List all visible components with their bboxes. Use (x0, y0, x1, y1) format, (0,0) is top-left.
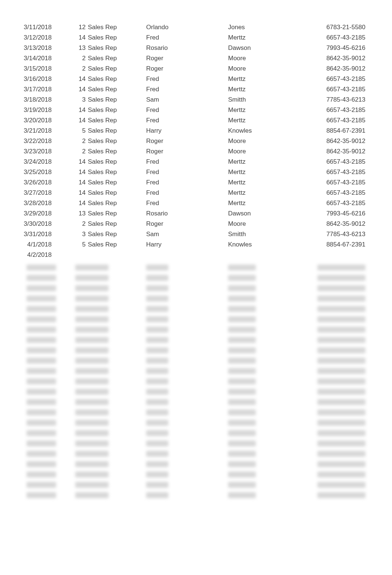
cell-first-name: Roger (143, 136, 225, 146)
cell-id-number: 6783-21-5580 (307, 23, 368, 32)
cell-role: Sales Rep (87, 209, 143, 218)
blurred-cell (307, 420, 368, 426)
blurred-cell (74, 399, 143, 405)
table-row: 3/13/201813Sales RepRosarioDawson7993-45… (18, 43, 374, 53)
cell-rep-number: 14 (74, 74, 87, 84)
table-row: 3/21/20185Sales RepHarryKnowles8854-67-2… (18, 126, 374, 136)
cell-date: 3/28/2018 (18, 198, 74, 208)
cell-date: 3/17/2018 (18, 85, 74, 94)
cell-date: 3/16/2018 (18, 74, 74, 84)
blurred-cell (225, 378, 307, 384)
blurred-cell (225, 409, 307, 415)
cell-first-name: Sam (143, 95, 225, 105)
table-row: 3/20/201814Sales RepFredMerttz6657-43-21… (18, 115, 374, 126)
cell-rep-number: 14 (74, 157, 87, 167)
blurred-cell (18, 327, 74, 333)
cell-id-number: 8642-35-9012 (307, 147, 368, 156)
cell-first-name: Fred (143, 188, 225, 198)
blurred-cell (143, 420, 225, 426)
cell-rep-number: 14 (74, 33, 87, 42)
sales-table: 3/11/201812Sales RepOrlandoJones6783-21-… (18, 22, 374, 500)
blurred-cell (225, 296, 307, 302)
cell-date: 4/1/2018 (18, 240, 74, 249)
cell-role: Sales Rep (87, 54, 143, 63)
cell-last-name: Moore (225, 54, 307, 63)
cell-first-name: Harry (143, 240, 225, 249)
blurred-cell (225, 337, 307, 343)
cell-first-name: Fred (143, 105, 225, 115)
cell-rep-number: 14 (74, 188, 87, 198)
cell-date: 3/20/2018 (18, 116, 74, 125)
blurred-cell (225, 275, 307, 281)
blurred-cell (143, 399, 225, 405)
blurred-cell (307, 492, 368, 498)
blurred-cell (74, 492, 143, 498)
table-row: 3/19/201814Sales RepFredMerttz6657-43-21… (18, 105, 374, 115)
blurred-row (18, 293, 374, 304)
cell-id-number: 6657-43-2185 (307, 85, 368, 94)
cell-last-name: Merttz (225, 157, 307, 167)
cell-id-number: 8854-67-2391 (307, 240, 368, 249)
cell-date: 3/26/2018 (18, 178, 74, 187)
blurred-cell (307, 327, 368, 333)
cell-rep-number: 3 (74, 95, 87, 105)
table-row: 3/22/20182Sales RepRogerMoore8642-35-901… (18, 136, 374, 146)
blurred-cell (18, 316, 74, 322)
cell-rep-number: 13 (74, 43, 87, 53)
blurred-cell (18, 482, 74, 488)
blurred-row (18, 407, 374, 418)
blurred-cell (18, 409, 74, 415)
blurred-cell (143, 440, 225, 446)
blurred-cell (225, 451, 307, 457)
blurred-cell (74, 358, 143, 364)
blurred-row (18, 366, 374, 376)
blurred-cell (225, 327, 307, 333)
cell-last-name: Jones (225, 23, 307, 32)
cell-id-number: 6657-43-2185 (307, 198, 368, 208)
blurred-row (18, 335, 374, 345)
cell-first-name: Fred (143, 157, 225, 167)
blurred-cell (307, 461, 368, 467)
cell-role: Sales Rep (87, 167, 143, 177)
blurred-cell (307, 337, 368, 343)
cell-role: Sales Rep (87, 105, 143, 115)
blurred-cell (307, 430, 368, 436)
cell-rep-number: 14 (74, 167, 87, 177)
blurred-cell (225, 482, 307, 488)
blurred-cell (74, 368, 143, 374)
table-row: 3/11/201812Sales RepOrlandoJones6783-21-… (18, 22, 374, 33)
table-row: 3/23/20182Sales RepRogerMoore8642-35-901… (18, 146, 374, 157)
table-row: 3/16/201814Sales RepFredMerttz6657-43-21… (18, 74, 374, 84)
cell-rep-number: 2 (74, 54, 87, 63)
table-row: 3/15/20182Sales RepRogerMoore8642-35-901… (18, 64, 374, 74)
blurred-cell (225, 399, 307, 405)
blurred-cell (307, 275, 368, 281)
blurred-cell (18, 420, 74, 426)
cell-role: Sales Rep (87, 178, 143, 187)
cell-date: 3/22/2018 (18, 136, 74, 146)
blurred-cell (225, 285, 307, 291)
blurred-cell (143, 409, 225, 415)
cell-role: Sales Rep (87, 229, 143, 239)
cell-last-name: Merttz (225, 188, 307, 198)
blurred-row (18, 314, 374, 324)
cell-rep-number: 5 (74, 240, 87, 249)
blurred-cell (225, 358, 307, 364)
blurred-cell (307, 389, 368, 395)
cell-rep-number: 2 (74, 64, 87, 74)
cell-id-number: 6657-43-2185 (307, 105, 368, 115)
blurred-cell (18, 265, 74, 271)
cell-role: Sales Rep (87, 95, 143, 105)
blurred-rows (18, 262, 374, 500)
blurred-cell (143, 316, 225, 322)
cell-id-number: 8642-35-9012 (307, 64, 368, 74)
cell-role: Sales Rep (87, 136, 143, 146)
blurred-cell (74, 296, 143, 302)
blurred-row (18, 324, 374, 335)
cell-last-name: Smitth (225, 229, 307, 239)
table-row: 3/12/201814Sales RepFredMerttz6657-43-21… (18, 33, 374, 43)
blurred-cell (74, 430, 143, 436)
cell-date: 4/2/2018 (18, 250, 74, 260)
cell-first-name: Fred (143, 85, 225, 94)
blurred-cell (143, 368, 225, 374)
